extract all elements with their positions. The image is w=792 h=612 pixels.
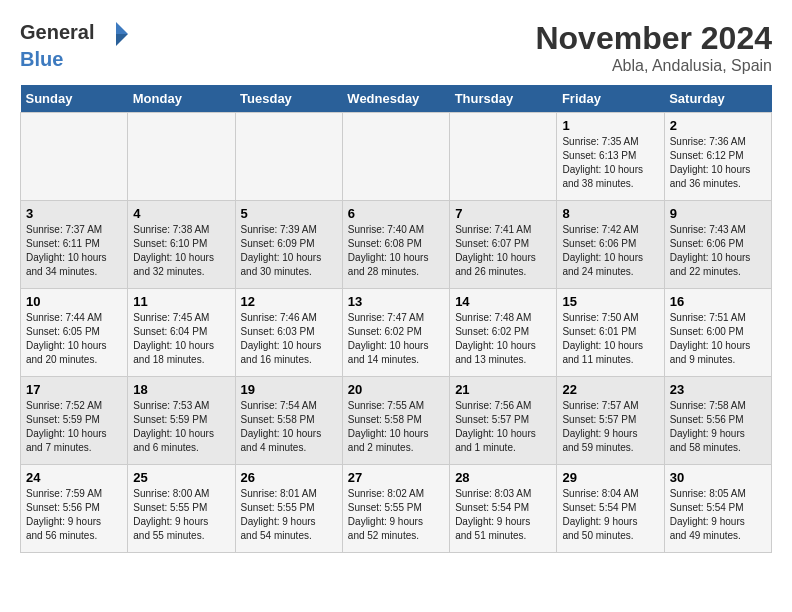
calendar-cell	[128, 113, 235, 201]
calendar-cell: 30Sunrise: 8:05 AM Sunset: 5:54 PM Dayli…	[664, 465, 771, 553]
calendar-cell: 12Sunrise: 7:46 AM Sunset: 6:03 PM Dayli…	[235, 289, 342, 377]
day-info: Sunrise: 7:40 AM Sunset: 6:08 PM Dayligh…	[348, 223, 444, 279]
calendar-week-row: 17Sunrise: 7:52 AM Sunset: 5:59 PM Dayli…	[21, 377, 772, 465]
day-number: 26	[241, 470, 337, 485]
day-info: Sunrise: 7:44 AM Sunset: 6:05 PM Dayligh…	[26, 311, 122, 367]
day-info: Sunrise: 7:53 AM Sunset: 5:59 PM Dayligh…	[133, 399, 229, 455]
calendar-cell: 8Sunrise: 7:42 AM Sunset: 6:06 PM Daylig…	[557, 201, 664, 289]
day-info: Sunrise: 7:41 AM Sunset: 6:07 PM Dayligh…	[455, 223, 551, 279]
calendar-week-row: 1Sunrise: 7:35 AM Sunset: 6:13 PM Daylig…	[21, 113, 772, 201]
day-info: Sunrise: 7:48 AM Sunset: 6:02 PM Dayligh…	[455, 311, 551, 367]
day-info: Sunrise: 8:00 AM Sunset: 5:55 PM Dayligh…	[133, 487, 229, 543]
weekday-header-saturday: Saturday	[664, 85, 771, 113]
calendar-title: November 2024	[535, 20, 772, 57]
calendar-cell: 19Sunrise: 7:54 AM Sunset: 5:58 PM Dayli…	[235, 377, 342, 465]
calendar-cell: 2Sunrise: 7:36 AM Sunset: 6:12 PM Daylig…	[664, 113, 771, 201]
calendar-cell: 27Sunrise: 8:02 AM Sunset: 5:55 PM Dayli…	[342, 465, 449, 553]
day-info: Sunrise: 7:54 AM Sunset: 5:58 PM Dayligh…	[241, 399, 337, 455]
day-info: Sunrise: 8:04 AM Sunset: 5:54 PM Dayligh…	[562, 487, 658, 543]
day-number: 27	[348, 470, 444, 485]
weekday-header-sunday: Sunday	[21, 85, 128, 113]
day-info: Sunrise: 7:38 AM Sunset: 6:10 PM Dayligh…	[133, 223, 229, 279]
calendar-cell: 15Sunrise: 7:50 AM Sunset: 6:01 PM Dayli…	[557, 289, 664, 377]
calendar-cell	[450, 113, 557, 201]
day-number: 25	[133, 470, 229, 485]
day-number: 12	[241, 294, 337, 309]
logo-blue: Blue	[20, 48, 130, 70]
day-info: Sunrise: 7:57 AM Sunset: 5:57 PM Dayligh…	[562, 399, 658, 455]
logo-flag-icon	[102, 20, 130, 48]
day-info: Sunrise: 7:55 AM Sunset: 5:58 PM Dayligh…	[348, 399, 444, 455]
day-number: 19	[241, 382, 337, 397]
weekday-header-friday: Friday	[557, 85, 664, 113]
day-number: 11	[133, 294, 229, 309]
day-number: 5	[241, 206, 337, 221]
calendar-week-row: 3Sunrise: 7:37 AM Sunset: 6:11 PM Daylig…	[21, 201, 772, 289]
day-number: 15	[562, 294, 658, 309]
calendar-cell: 6Sunrise: 7:40 AM Sunset: 6:08 PM Daylig…	[342, 201, 449, 289]
day-info: Sunrise: 7:47 AM Sunset: 6:02 PM Dayligh…	[348, 311, 444, 367]
calendar-cell: 11Sunrise: 7:45 AM Sunset: 6:04 PM Dayli…	[128, 289, 235, 377]
calendar-cell: 23Sunrise: 7:58 AM Sunset: 5:56 PM Dayli…	[664, 377, 771, 465]
calendar-week-row: 24Sunrise: 7:59 AM Sunset: 5:56 PM Dayli…	[21, 465, 772, 553]
calendar-cell: 28Sunrise: 8:03 AM Sunset: 5:54 PM Dayli…	[450, 465, 557, 553]
calendar-cell: 7Sunrise: 7:41 AM Sunset: 6:07 PM Daylig…	[450, 201, 557, 289]
calendar-cell: 9Sunrise: 7:43 AM Sunset: 6:06 PM Daylig…	[664, 201, 771, 289]
calendar-subtitle: Abla, Andalusia, Spain	[535, 57, 772, 75]
day-number: 1	[562, 118, 658, 133]
calendar-cell	[235, 113, 342, 201]
day-number: 2	[670, 118, 766, 133]
day-number: 4	[133, 206, 229, 221]
weekday-header-tuesday: Tuesday	[235, 85, 342, 113]
calendar-cell: 13Sunrise: 7:47 AM Sunset: 6:02 PM Dayli…	[342, 289, 449, 377]
day-number: 20	[348, 382, 444, 397]
day-info: Sunrise: 8:05 AM Sunset: 5:54 PM Dayligh…	[670, 487, 766, 543]
weekday-header-monday: Monday	[128, 85, 235, 113]
svg-marker-0	[116, 22, 128, 34]
day-number: 23	[670, 382, 766, 397]
day-info: Sunrise: 7:51 AM Sunset: 6:00 PM Dayligh…	[670, 311, 766, 367]
day-number: 29	[562, 470, 658, 485]
day-info: Sunrise: 7:52 AM Sunset: 5:59 PM Dayligh…	[26, 399, 122, 455]
calendar-cell: 10Sunrise: 7:44 AM Sunset: 6:05 PM Dayli…	[21, 289, 128, 377]
day-info: Sunrise: 7:45 AM Sunset: 6:04 PM Dayligh…	[133, 311, 229, 367]
calendar-cell: 1Sunrise: 7:35 AM Sunset: 6:13 PM Daylig…	[557, 113, 664, 201]
day-info: Sunrise: 7:42 AM Sunset: 6:06 PM Dayligh…	[562, 223, 658, 279]
calendar-cell	[342, 113, 449, 201]
day-info: Sunrise: 8:02 AM Sunset: 5:55 PM Dayligh…	[348, 487, 444, 543]
title-block: November 2024 Abla, Andalusia, Spain	[535, 20, 772, 75]
day-info: Sunrise: 7:39 AM Sunset: 6:09 PM Dayligh…	[241, 223, 337, 279]
day-number: 7	[455, 206, 551, 221]
day-info: Sunrise: 8:01 AM Sunset: 5:55 PM Dayligh…	[241, 487, 337, 543]
day-number: 17	[26, 382, 122, 397]
logo: General Blue	[20, 20, 130, 70]
weekday-header-thursday: Thursday	[450, 85, 557, 113]
calendar-week-row: 10Sunrise: 7:44 AM Sunset: 6:05 PM Dayli…	[21, 289, 772, 377]
logo-general: General	[20, 21, 94, 43]
day-info: Sunrise: 7:56 AM Sunset: 5:57 PM Dayligh…	[455, 399, 551, 455]
calendar-cell	[21, 113, 128, 201]
calendar-cell: 5Sunrise: 7:39 AM Sunset: 6:09 PM Daylig…	[235, 201, 342, 289]
day-number: 24	[26, 470, 122, 485]
calendar-cell: 26Sunrise: 8:01 AM Sunset: 5:55 PM Dayli…	[235, 465, 342, 553]
calendar-cell: 25Sunrise: 8:00 AM Sunset: 5:55 PM Dayli…	[128, 465, 235, 553]
calendar-cell: 20Sunrise: 7:55 AM Sunset: 5:58 PM Dayli…	[342, 377, 449, 465]
calendar-cell: 22Sunrise: 7:57 AM Sunset: 5:57 PM Dayli…	[557, 377, 664, 465]
weekday-header-row: SundayMondayTuesdayWednesdayThursdayFrid…	[21, 85, 772, 113]
day-number: 16	[670, 294, 766, 309]
day-number: 3	[26, 206, 122, 221]
calendar-cell: 29Sunrise: 8:04 AM Sunset: 5:54 PM Dayli…	[557, 465, 664, 553]
calendar-cell: 3Sunrise: 7:37 AM Sunset: 6:11 PM Daylig…	[21, 201, 128, 289]
weekday-header-wednesday: Wednesday	[342, 85, 449, 113]
day-number: 9	[670, 206, 766, 221]
calendar-cell: 24Sunrise: 7:59 AM Sunset: 5:56 PM Dayli…	[21, 465, 128, 553]
page-header: General Blue November 2024 Abla, Andalus…	[20, 20, 772, 75]
day-number: 14	[455, 294, 551, 309]
day-number: 8	[562, 206, 658, 221]
day-number: 21	[455, 382, 551, 397]
calendar-cell: 17Sunrise: 7:52 AM Sunset: 5:59 PM Dayli…	[21, 377, 128, 465]
calendar-cell: 16Sunrise: 7:51 AM Sunset: 6:00 PM Dayli…	[664, 289, 771, 377]
day-info: Sunrise: 7:37 AM Sunset: 6:11 PM Dayligh…	[26, 223, 122, 279]
day-info: Sunrise: 7:46 AM Sunset: 6:03 PM Dayligh…	[241, 311, 337, 367]
day-number: 6	[348, 206, 444, 221]
